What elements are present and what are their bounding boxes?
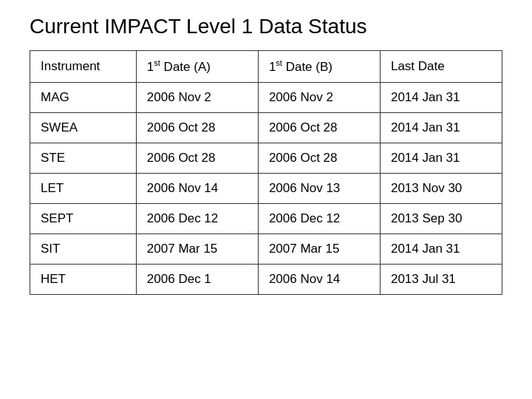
table-header-row: Instrument 1st Date (A) 1st Date (B) Las… xyxy=(30,51,502,83)
col-header-last-date: Last Date xyxy=(380,51,502,83)
data-table: Instrument 1st Date (A) 1st Date (B) Las… xyxy=(30,50,502,295)
table-row: STE2006 Oct 282006 Oct 282014 Jan 31 xyxy=(30,143,502,173)
cell-0-1: 2006 Nov 2 xyxy=(136,82,258,112)
cell-2-1: 2006 Oct 28 xyxy=(136,143,258,173)
page-title: Current IMPACT Level 1 Data Status xyxy=(30,15,367,38)
cell-3-0: LET xyxy=(30,173,137,203)
table-row: LET2006 Nov 142006 Nov 132013 Nov 30 xyxy=(30,173,502,203)
cell-1-3: 2014 Jan 31 xyxy=(380,112,502,143)
cell-0-3: 2014 Jan 31 xyxy=(380,82,502,112)
cell-4-0: SEPT xyxy=(30,203,137,233)
cell-5-0: SIT xyxy=(30,233,137,264)
table-row: SIT2007 Mar 152007 Mar 152014 Jan 31 xyxy=(30,233,502,264)
cell-5-3: 2014 Jan 31 xyxy=(380,233,502,264)
cell-0-0: MAG xyxy=(30,82,137,112)
cell-6-1: 2006 Dec 1 xyxy=(136,264,258,294)
cell-2-3: 2014 Jan 31 xyxy=(380,143,502,173)
cell-4-3: 2013 Sep 30 xyxy=(380,203,502,233)
cell-3-1: 2006 Nov 14 xyxy=(136,173,258,203)
col-header-date-a: 1st Date (A) xyxy=(136,51,258,83)
table-row: MAG2006 Nov 22006 Nov 22014 Jan 31 xyxy=(30,82,502,112)
cell-5-2: 2007 Mar 15 xyxy=(258,233,380,264)
cell-6-0: HET xyxy=(30,264,137,294)
cell-2-2: 2006 Oct 28 xyxy=(258,143,380,173)
cell-1-0: SWEA xyxy=(30,112,137,143)
col-header-instrument: Instrument xyxy=(30,51,137,83)
cell-2-0: STE xyxy=(30,143,137,173)
table-row: SWEA2006 Oct 282006 Oct 282014 Jan 31 xyxy=(30,112,502,143)
cell-3-2: 2006 Nov 13 xyxy=(258,173,380,203)
cell-1-2: 2006 Oct 28 xyxy=(258,112,380,143)
col-header-date-b: 1st Date (B) xyxy=(258,51,380,83)
cell-4-1: 2006 Dec 12 xyxy=(136,203,258,233)
cell-1-1: 2006 Oct 28 xyxy=(136,112,258,143)
cell-6-3: 2013 Jul 31 xyxy=(380,264,502,294)
table-row: HET2006 Dec 12006 Nov 142013 Jul 31 xyxy=(30,264,502,294)
cell-3-3: 2013 Nov 30 xyxy=(380,173,502,203)
table-row: SEPT2006 Dec 122006 Dec 122013 Sep 30 xyxy=(30,203,502,233)
cell-6-2: 2006 Nov 14 xyxy=(258,264,380,294)
cell-5-1: 2007 Mar 15 xyxy=(136,233,258,264)
cell-4-2: 2006 Dec 12 xyxy=(258,203,380,233)
cell-0-2: 2006 Nov 2 xyxy=(258,82,380,112)
